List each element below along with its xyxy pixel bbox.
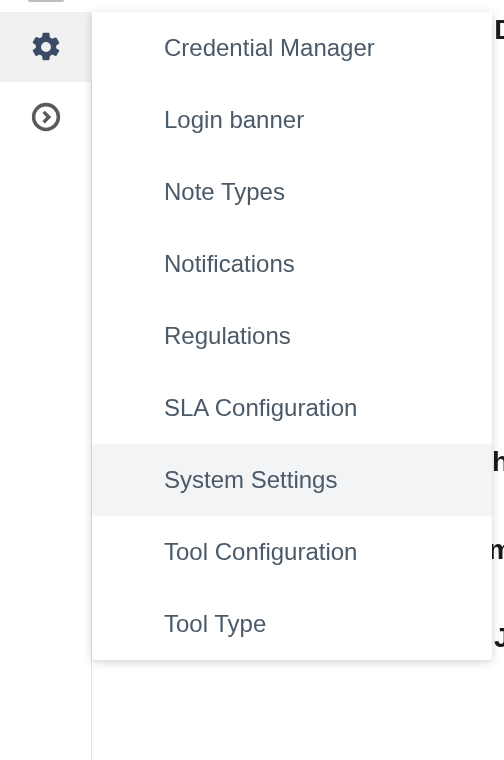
menu-item-login-banner[interactable]: Login banner bbox=[92, 84, 492, 156]
menu-item-label: Tool Type bbox=[164, 610, 266, 637]
hamburger-icon-fragment bbox=[0, 0, 92, 12]
menu-item-sla-configuration[interactable]: SLA Configuration bbox=[92, 372, 492, 444]
menu-item-label: Regulations bbox=[164, 322, 291, 349]
root: Max D h m J Credential Manager Login ban… bbox=[0, 0, 504, 760]
menu-item-system-settings[interactable]: System Settings bbox=[92, 444, 492, 516]
menu-item-tool-type[interactable]: Tool Type bbox=[92, 588, 492, 660]
sidebar bbox=[0, 0, 92, 760]
menu-item-tool-configuration[interactable]: Tool Configuration bbox=[92, 516, 492, 588]
arrow-right-circle-icon bbox=[29, 100, 63, 134]
menu-item-credential-manager[interactable]: Credential Manager bbox=[92, 12, 492, 84]
menu-item-notifications[interactable]: Notifications bbox=[92, 228, 492, 300]
sidebar-item-navigate[interactable] bbox=[0, 82, 92, 152]
bg-text-fragment: J bbox=[494, 622, 504, 654]
menu-item-label: Tool Configuration bbox=[164, 538, 357, 565]
menu-item-label: Login banner bbox=[164, 106, 304, 133]
bg-text-fragment: h bbox=[492, 446, 504, 478]
menu-item-note-types[interactable]: Note Types bbox=[92, 156, 492, 228]
menu-item-label: Note Types bbox=[164, 178, 285, 205]
menu-item-label: SLA Configuration bbox=[164, 394, 357, 421]
sidebar-item-settings[interactable] bbox=[0, 12, 92, 82]
settings-flyout: Credential Manager Login banner Note Typ… bbox=[92, 12, 492, 660]
menu-item-regulations[interactable]: Regulations bbox=[92, 300, 492, 372]
menu-item-label: Credential Manager bbox=[164, 34, 375, 61]
menu-item-label: Notifications bbox=[164, 250, 295, 277]
gear-icon bbox=[29, 30, 63, 64]
menu-item-label: System Settings bbox=[164, 466, 337, 493]
